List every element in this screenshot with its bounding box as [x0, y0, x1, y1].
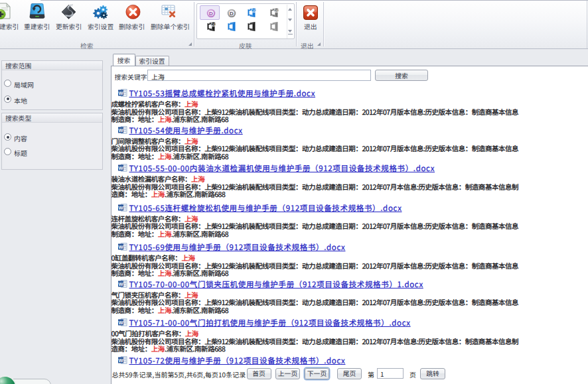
- svg-text:16: 16: [275, 9, 279, 13]
- svg-text:W: W: [118, 244, 123, 250]
- svg-text:D: D: [209, 11, 213, 17]
- svg-text:D: D: [230, 11, 234, 17]
- svg-text:W: W: [118, 127, 123, 133]
- svg-text:W: W: [118, 165, 123, 171]
- svg-text:W: W: [118, 204, 123, 210]
- svg-text:W: W: [118, 90, 123, 96]
- svg-text:W: W: [118, 320, 123, 326]
- svg-text:16: 16: [252, 9, 256, 13]
- svg-text:W: W: [118, 281, 123, 287]
- svg-text:16: 16: [212, 23, 216, 27]
- svg-text:W: W: [118, 357, 123, 363]
